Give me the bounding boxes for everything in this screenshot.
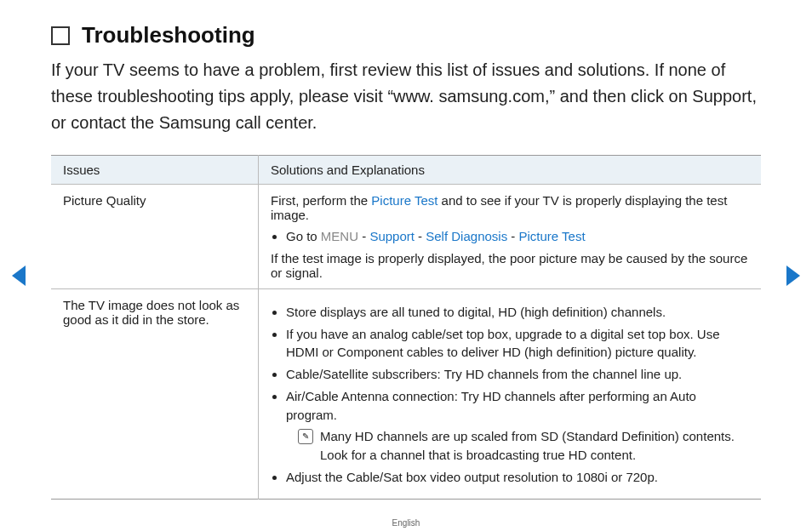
self-diagnosis-link[interactable]: Self Diagnosis xyxy=(426,229,507,243)
square-icon xyxy=(51,26,70,45)
troubleshooting-table: Issues Solutions and Explanations Pictur… xyxy=(51,155,761,500)
issue-cell: The TV image does not look as good as it… xyxy=(51,288,259,499)
text: Go to xyxy=(286,229,321,243)
col-issues-header: Issues xyxy=(51,156,259,185)
next-page-button[interactable] xyxy=(786,266,800,286)
chevron-right-icon xyxy=(786,266,800,286)
solution-lead: First, perform the Picture Test and to s… xyxy=(271,193,749,222)
list-item: Cable/Satellite subscribers: Try HD chan… xyxy=(286,365,749,384)
col-solutions-header: Solutions and Explanations xyxy=(259,156,762,185)
table-row: Picture Quality First, perform the Pictu… xyxy=(51,185,761,289)
text: - xyxy=(507,229,518,243)
solution-cell: Store displays are all tuned to digital,… xyxy=(259,288,762,499)
note: ✎ Many HD channels are up scaled from SD… xyxy=(298,427,749,465)
list-item: If you have an analog cable/set top box,… xyxy=(286,325,749,363)
solution-trail: If the test image is properly displayed,… xyxy=(271,251,749,280)
list-item: Store displays are all tuned to digital,… xyxy=(286,303,749,322)
text: Air/Cable Antenna connection: Try HD cha… xyxy=(286,389,696,422)
text: - xyxy=(415,229,426,243)
picture-test-link[interactable]: Picture Test xyxy=(371,193,437,208)
list-item: Air/Cable Antenna connection: Try HD cha… xyxy=(286,387,749,465)
text: First, perform the xyxy=(271,193,371,208)
text: - xyxy=(358,229,369,243)
note-icon: ✎ xyxy=(298,429,313,444)
table-row: The TV image does not look as good as it… xyxy=(51,288,761,499)
list-item: Adjust the Cable/Sat box video output re… xyxy=(286,468,749,487)
heading-text: Troubleshooting xyxy=(82,22,255,49)
support-link[interactable]: Support xyxy=(369,229,415,243)
menu-path-item: Go to MENU - Support - Self Diagnosis - … xyxy=(286,227,749,246)
note-text: Many HD channels are up scaled from SD (… xyxy=(320,427,749,465)
page-heading: Troubleshooting xyxy=(51,22,761,49)
solution-cell: First, perform the Picture Test and to s… xyxy=(259,185,762,289)
menu-label: MENU xyxy=(321,229,358,243)
page: Troubleshooting If your TV seems to have… xyxy=(0,0,812,531)
picture-test-link[interactable]: Picture Test xyxy=(519,229,586,243)
chevron-left-icon xyxy=(12,266,26,286)
issue-cell: Picture Quality xyxy=(51,185,259,289)
intro-paragraph: If your TV seems to have a problem, firs… xyxy=(51,57,761,136)
prev-page-button[interactable] xyxy=(12,266,26,286)
footer-language: English xyxy=(0,518,812,528)
